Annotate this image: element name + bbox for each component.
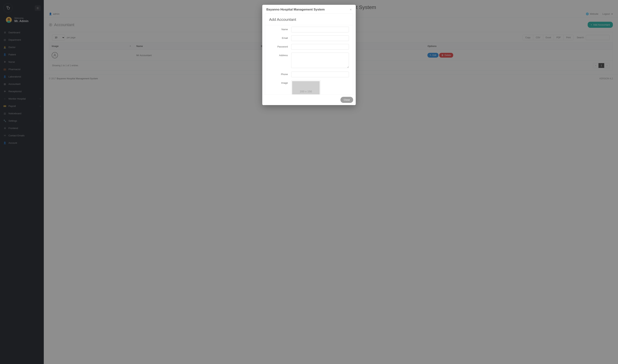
email-label: Email: [269, 35, 291, 39]
name-label: Name: [269, 27, 291, 31]
email-input[interactable]: [291, 35, 349, 41]
modal-close-button[interactable]: Close: [340, 97, 353, 103]
phone-label: Phone: [269, 72, 291, 76]
password-label: Password: [269, 44, 291, 48]
modal-header-title: Bayanno Hospital Management System: [266, 8, 325, 12]
address-input[interactable]: [291, 53, 349, 68]
image-label: Image: [269, 80, 291, 84]
modal-close-x[interactable]: ×: [350, 8, 352, 12]
name-input[interactable]: [291, 27, 349, 32]
address-label: Address: [269, 53, 291, 57]
add-accountant-modal: Bayanno Hospital Management System × Add…: [262, 5, 356, 105]
image-placeholder-text: 200 x 150: [292, 81, 320, 94]
modal-overlay[interactable]: Bayanno Hospital Management System × Add…: [0, 0, 618, 364]
modal-form-title: Add Accountant: [269, 17, 349, 22]
phone-input[interactable]: [291, 72, 349, 77]
password-input[interactable]: [291, 44, 349, 50]
image-preview[interactable]: 200 x 150: [291, 80, 321, 94]
